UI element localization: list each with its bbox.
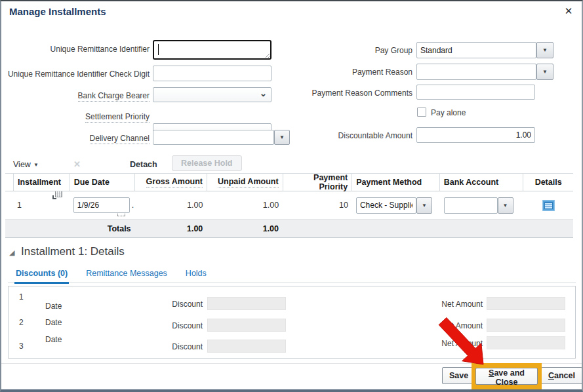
due-date-trailing-dot: .	[132, 201, 134, 210]
save-and-close-button[interactable]: Save and Close	[475, 368, 538, 385]
caret-down-icon: ▼	[33, 162, 39, 168]
resize-grip-icon[interactable]	[264, 52, 270, 58]
tab-remittance-messages[interactable]: Remittance Messages	[85, 265, 169, 283]
check-digit-input[interactable]	[153, 66, 271, 81]
dialog-title: Manage Installments	[9, 6, 106, 17]
pay-group-label: Pay Group	[275, 46, 412, 55]
discount-label: Discount	[144, 300, 203, 309]
unpaid-amount-cell: 1.00	[207, 191, 283, 219]
date-label: Date	[45, 318, 62, 327]
release-hold-button[interactable]: Release Hold	[172, 155, 242, 171]
cancel-button[interactable]: Cancel	[541, 367, 582, 384]
payment-reason-label: Payment Reason	[275, 68, 412, 77]
discount-field	[207, 340, 286, 353]
net-amount-field	[487, 297, 565, 310]
col-header-payment-method[interactable]: Payment Method	[352, 174, 440, 191]
col-header-unpaid-amount[interactable]: Unpaid Amount	[207, 174, 283, 191]
discount-row-number: 1	[19, 292, 24, 302]
details-icon[interactable]	[542, 200, 555, 211]
pay-group-dropdown-button[interactable]: ▼	[536, 42, 553, 58]
discount-field	[207, 297, 286, 310]
discounts-panel: 1 Date Discount Net Amount 2 Date Discou…	[8, 286, 576, 359]
totals-row: Totals 1.00 1.00	[5, 219, 573, 238]
check-digit-label: Unique Remittance Identifier Check Digit	[5, 69, 150, 79]
bank-account-input[interactable]	[444, 197, 498, 214]
table-header-row: Installment Due Date Gross Amount Unpaid…	[5, 174, 573, 191]
due-date-cell: .	[70, 191, 135, 219]
discount-row-number: 2	[19, 318, 24, 327]
col-header-due-date[interactable]: Due Date	[70, 174, 136, 191]
due-date-input[interactable]	[73, 197, 130, 213]
payment-method-dropdown-button[interactable]: ▼	[416, 197, 432, 214]
detach-label[interactable]: Detach	[130, 160, 157, 169]
row-selector-header	[5, 174, 14, 191]
payment-priority-cell: 10	[283, 191, 352, 219]
close-icon[interactable]: ✕	[563, 5, 574, 17]
chevron-down-icon: ⌄	[260, 88, 267, 98]
delivery-channel-input[interactable]	[153, 130, 274, 145]
net-amount-label: Net Amount	[424, 339, 483, 348]
delivery-channel-label: Delivery Channel	[5, 134, 150, 143]
unique-remittance-identifier-label: Unique Remittance Identifier	[5, 45, 150, 54]
payment-reason-comments-input[interactable]	[416, 85, 535, 100]
caret-down-icon: ▼	[503, 203, 508, 208]
discountable-amount-label: Discountable Amount	[275, 131, 412, 140]
caret-down-icon: ▼	[542, 69, 548, 75]
installments-table: Installment Due Date Gross Amount Unpaid…	[5, 173, 573, 238]
discount-row-number: 3	[19, 342, 24, 351]
payment-reason-dropdown-button[interactable]: ▼	[536, 64, 553, 80]
table-row[interactable]: 1 . 1.00 1.00 10 ▼ ▼	[5, 191, 573, 219]
payment-method-cell: ▼	[352, 191, 440, 219]
discountable-amount-input[interactable]	[416, 127, 535, 143]
bank-account-cell: ▼	[440, 191, 524, 219]
section-collapse-icon[interactable]: ◢	[9, 248, 14, 257]
payment-method-input[interactable]	[356, 197, 416, 214]
tab-discounts[interactable]: Discounts (0)	[14, 265, 69, 284]
details-glyph	[544, 202, 553, 209]
col-header-installment[interactable]: Installment	[14, 174, 70, 191]
col-header-gross-amount[interactable]: Gross Amount	[135, 174, 207, 191]
settlement-priority-label: Settlement Priority	[5, 112, 150, 121]
bank-charge-bearer-select[interactable]: ⌄	[153, 87, 271, 102]
tab-holds[interactable]: Holds	[184, 265, 208, 283]
gross-amount-cell: 1.00	[135, 191, 207, 219]
save-and-close-highlight: Save and Close	[472, 363, 542, 389]
details-tabs: Discounts (0) Remittance Messages Holds	[8, 265, 576, 283]
payment-reason-comments-label: Payment Reason Comments	[275, 88, 412, 98]
pay-group-input[interactable]	[416, 42, 536, 58]
pay-alone-checkbox[interactable]	[417, 108, 426, 117]
col-header-payment-priority[interactable]: Payment Priority	[283, 174, 353, 191]
date-label: Date	[45, 302, 62, 311]
net-amount-label: Net Amount	[424, 321, 483, 330]
view-menu[interactable]: View▼	[13, 160, 39, 169]
totals-unpaid-amount: 1.00	[207, 220, 283, 237]
bank-charge-bearer-label: Bank Charge Bearer	[5, 91, 150, 100]
date-label: Date	[45, 335, 62, 344]
discount-label: Discount	[144, 342, 203, 351]
col-header-bank-account[interactable]: Bank Account	[440, 174, 524, 191]
discount-label: Discount	[144, 321, 203, 330]
caret-down-icon: ▼	[542, 47, 548, 53]
net-amount-field	[487, 336, 565, 349]
payment-reason-input[interactable]	[416, 64, 536, 80]
manage-installments-dialog: Manage Installments ✕ Unique Remittance …	[0, 0, 583, 392]
net-amount-label: Net Amount	[424, 300, 483, 309]
discount-field	[207, 319, 286, 332]
unique-remittance-identifier-textarea[interactable]	[153, 40, 271, 60]
section-title: Installment 1: Details	[21, 245, 125, 258]
net-amount-field	[487, 319, 565, 332]
bank-account-dropdown-button[interactable]: ▼	[498, 197, 513, 214]
details-cell	[523, 191, 573, 219]
installment-cell: 1	[13, 191, 70, 219]
row-selector-cell[interactable]	[5, 191, 13, 219]
text-cursor	[158, 44, 159, 55]
delete-row-icon[interactable]: ✕	[73, 159, 81, 169]
caret-down-icon: ▼	[422, 203, 427, 208]
totals-label: Totals	[70, 220, 135, 237]
col-header-details: Details	[523, 174, 573, 191]
pay-alone-label: Pay alone	[431, 108, 466, 117]
totals-gross-amount: 1.00	[135, 220, 207, 237]
save-button[interactable]: Save	[442, 367, 475, 384]
